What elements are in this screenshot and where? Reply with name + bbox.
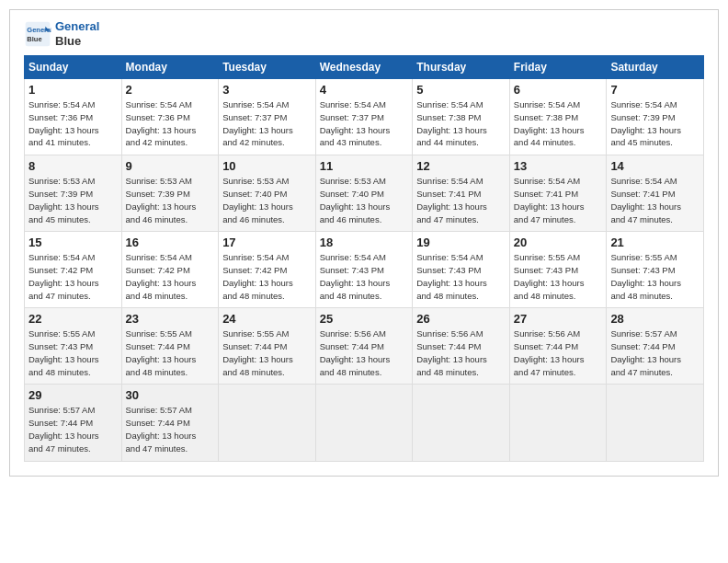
day-number: 30 — [126, 388, 215, 402]
calendar-cell: 18Sunrise: 5:54 AMSunset: 7:43 PMDayligh… — [315, 232, 413, 308]
day-number: 2 — [126, 83, 215, 97]
calendar-cell — [413, 385, 510, 461]
calendar-cell: 30Sunrise: 5:57 AMSunset: 7:44 PMDayligh… — [121, 385, 219, 461]
day-detail: Sunrise: 5:55 AMSunset: 7:44 PMDaylight:… — [126, 327, 215, 378]
page: General Blue General Blue SundayMondayTu… — [9, 9, 719, 477]
day-number: 6 — [514, 83, 603, 97]
calendar-cell: 21Sunrise: 5:55 AMSunset: 7:43 PMDayligh… — [607, 232, 704, 308]
day-number: 21 — [610, 236, 700, 249]
calendar-cell: 1Sunrise: 5:54 AMSunset: 7:36 PMDaylight… — [25, 79, 122, 155]
calendar-cell: 2Sunrise: 5:54 AMSunset: 7:36 PMDaylight… — [121, 79, 219, 155]
header: General Blue General Blue — [24, 19, 704, 48]
day-number: 29 — [28, 388, 118, 402]
col-header-saturday: Saturday — [607, 56, 704, 79]
day-number: 22 — [28, 312, 118, 326]
day-number: 23 — [126, 312, 215, 326]
day-detail: Sunrise: 5:54 AMSunset: 7:38 PMDaylight:… — [416, 98, 506, 149]
logo: General Blue General Blue — [24, 19, 99, 48]
col-header-thursday: Thursday — [413, 56, 510, 79]
calendar-table: SundayMondayTuesdayWednesdayThursdayFrid… — [24, 55, 704, 461]
day-number: 4 — [320, 83, 409, 97]
col-header-friday: Friday — [509, 56, 607, 79]
calendar-cell — [509, 385, 607, 461]
day-number: 12 — [416, 159, 506, 173]
day-number: 15 — [28, 236, 118, 249]
day-detail: Sunrise: 5:54 AMSunset: 7:42 PMDaylight:… — [28, 251, 118, 302]
day-detail: Sunrise: 5:54 AMSunset: 7:43 PMDaylight:… — [320, 251, 409, 302]
calendar-cell: 3Sunrise: 5:54 AMSunset: 7:37 PMDaylight… — [219, 79, 316, 155]
week-row-3: 15Sunrise: 5:54 AMSunset: 7:42 PMDayligh… — [25, 232, 704, 308]
calendar-cell: 24Sunrise: 5:55 AMSunset: 7:44 PMDayligh… — [219, 308, 316, 385]
day-detail: Sunrise: 5:54 AMSunset: 7:41 PMDaylight:… — [514, 175, 603, 225]
week-row-4: 22Sunrise: 5:55 AMSunset: 7:43 PMDayligh… — [25, 308, 704, 385]
calendar-cell — [219, 385, 316, 461]
day-detail: Sunrise: 5:56 AMSunset: 7:44 PMDaylight:… — [416, 327, 506, 378]
calendar-cell: 27Sunrise: 5:56 AMSunset: 7:44 PMDayligh… — [509, 308, 607, 385]
logo-text: General Blue — [55, 19, 99, 48]
logo-icon: General Blue — [24, 20, 51, 48]
week-row-5: 29Sunrise: 5:57 AMSunset: 7:44 PMDayligh… — [25, 385, 704, 461]
day-detail: Sunrise: 5:55 AMSunset: 7:44 PMDaylight:… — [222, 327, 312, 378]
day-detail: Sunrise: 5:57 AMSunset: 7:44 PMDaylight:… — [610, 327, 700, 378]
header-row: SundayMondayTuesdayWednesdayThursdayFrid… — [25, 56, 704, 79]
day-number: 25 — [320, 312, 409, 326]
day-number: 28 — [610, 312, 700, 326]
col-header-tuesday: Tuesday — [219, 56, 316, 79]
calendar-cell: 16Sunrise: 5:54 AMSunset: 7:42 PMDayligh… — [121, 232, 219, 308]
day-detail: Sunrise: 5:57 AMSunset: 7:44 PMDaylight:… — [126, 404, 215, 454]
week-row-2: 8Sunrise: 5:53 AMSunset: 7:39 PMDaylight… — [25, 155, 704, 232]
calendar-cell: 15Sunrise: 5:54 AMSunset: 7:42 PMDayligh… — [25, 232, 122, 308]
day-number: 10 — [222, 159, 312, 173]
calendar-cell: 19Sunrise: 5:54 AMSunset: 7:43 PMDayligh… — [413, 232, 510, 308]
col-header-monday: Monday — [121, 56, 219, 79]
day-number: 17 — [222, 236, 312, 249]
day-number: 20 — [514, 236, 603, 249]
day-detail: Sunrise: 5:54 AMSunset: 7:37 PMDaylight:… — [222, 98, 312, 149]
day-number: 3 — [222, 83, 312, 97]
calendar-cell: 28Sunrise: 5:57 AMSunset: 7:44 PMDayligh… — [607, 308, 704, 385]
calendar-cell: 20Sunrise: 5:55 AMSunset: 7:43 PMDayligh… — [509, 232, 607, 308]
calendar-cell: 10Sunrise: 5:53 AMSunset: 7:40 PMDayligh… — [219, 155, 316, 232]
day-detail: Sunrise: 5:54 AMSunset: 7:42 PMDaylight:… — [126, 251, 215, 302]
day-detail: Sunrise: 5:54 AMSunset: 7:37 PMDaylight:… — [320, 98, 409, 149]
day-detail: Sunrise: 5:55 AMSunset: 7:43 PMDaylight:… — [514, 251, 603, 302]
calendar-cell: 6Sunrise: 5:54 AMSunset: 7:38 PMDaylight… — [509, 79, 607, 155]
day-number: 5 — [416, 83, 506, 97]
calendar-cell: 23Sunrise: 5:55 AMSunset: 7:44 PMDayligh… — [121, 308, 219, 385]
day-detail: Sunrise: 5:54 AMSunset: 7:41 PMDaylight:… — [416, 175, 506, 225]
day-detail: Sunrise: 5:56 AMSunset: 7:44 PMDaylight:… — [320, 327, 409, 378]
day-number: 1 — [28, 83, 118, 97]
calendar-cell: 7Sunrise: 5:54 AMSunset: 7:39 PMDaylight… — [607, 79, 704, 155]
calendar-cell: 11Sunrise: 5:53 AMSunset: 7:40 PMDayligh… — [315, 155, 413, 232]
day-number: 11 — [320, 159, 409, 173]
day-detail: Sunrise: 5:53 AMSunset: 7:39 PMDaylight:… — [28, 175, 118, 225]
day-number: 8 — [28, 159, 118, 173]
day-detail: Sunrise: 5:54 AMSunset: 7:41 PMDaylight:… — [610, 175, 700, 225]
calendar-cell: 29Sunrise: 5:57 AMSunset: 7:44 PMDayligh… — [25, 385, 122, 461]
calendar-cell: 13Sunrise: 5:54 AMSunset: 7:41 PMDayligh… — [509, 155, 607, 232]
calendar-cell: 17Sunrise: 5:54 AMSunset: 7:42 PMDayligh… — [219, 232, 316, 308]
calendar-cell: 5Sunrise: 5:54 AMSunset: 7:38 PMDaylight… — [413, 79, 510, 155]
day-detail: Sunrise: 5:55 AMSunset: 7:43 PMDaylight:… — [610, 251, 700, 302]
calendar-cell: 9Sunrise: 5:53 AMSunset: 7:39 PMDaylight… — [121, 155, 219, 232]
day-number: 27 — [514, 312, 603, 326]
calendar-cell: 8Sunrise: 5:53 AMSunset: 7:39 PMDaylight… — [25, 155, 122, 232]
calendar-cell: 12Sunrise: 5:54 AMSunset: 7:41 PMDayligh… — [413, 155, 510, 232]
day-detail: Sunrise: 5:53 AMSunset: 7:39 PMDaylight:… — [126, 175, 215, 225]
day-detail: Sunrise: 5:53 AMSunset: 7:40 PMDaylight:… — [320, 175, 409, 225]
day-number: 7 — [610, 83, 700, 97]
day-detail: Sunrise: 5:55 AMSunset: 7:43 PMDaylight:… — [28, 327, 118, 378]
calendar-cell: 22Sunrise: 5:55 AMSunset: 7:43 PMDayligh… — [25, 308, 122, 385]
day-number: 18 — [320, 236, 409, 249]
calendar-cell: 14Sunrise: 5:54 AMSunset: 7:41 PMDayligh… — [607, 155, 704, 232]
day-number: 16 — [126, 236, 215, 249]
calendar-cell — [607, 385, 704, 461]
col-header-wednesday: Wednesday — [315, 56, 413, 79]
svg-text:Blue: Blue — [27, 34, 41, 42]
calendar-cell — [315, 385, 413, 461]
calendar-cell: 4Sunrise: 5:54 AMSunset: 7:37 PMDaylight… — [315, 79, 413, 155]
week-row-1: 1Sunrise: 5:54 AMSunset: 7:36 PMDaylight… — [25, 79, 704, 155]
calendar-cell: 26Sunrise: 5:56 AMSunset: 7:44 PMDayligh… — [413, 308, 510, 385]
day-detail: Sunrise: 5:54 AMSunset: 7:43 PMDaylight:… — [416, 251, 506, 302]
day-detail: Sunrise: 5:57 AMSunset: 7:44 PMDaylight:… — [28, 404, 118, 454]
